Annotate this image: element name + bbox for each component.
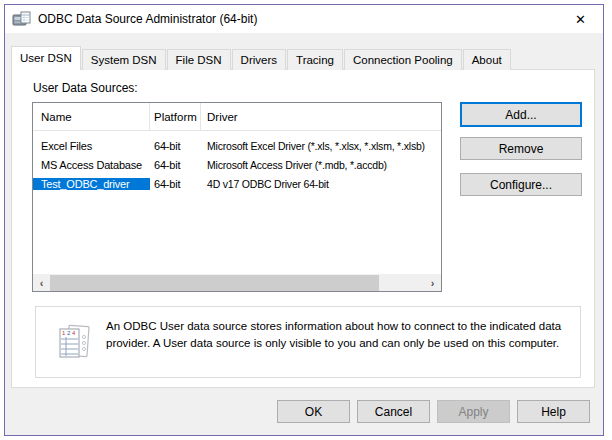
dsn-row-excel-files[interactable]: Excel Files 64-bit Microsoft Excel Drive…: [33, 136, 441, 155]
tab-tracing[interactable]: Tracing: [287, 49, 343, 70]
titlebar: ODBC Data Source Administrator (64-bit) …: [5, 5, 603, 33]
close-icon: ✕: [575, 12, 586, 27]
scroll-left-icon: ‹: [40, 277, 44, 289]
scroll-right-button[interactable]: ›: [424, 275, 441, 291]
column-header-driver[interactable]: Driver: [201, 103, 441, 130]
scrollbar-track[interactable]: [50, 275, 424, 291]
window-title: ODBC Data Source Administrator (64-bit): [38, 12, 257, 26]
close-button[interactable]: ✕: [558, 5, 603, 33]
dsn-platform: 64-bit: [150, 178, 201, 190]
dsn-name: MS Access Database: [33, 159, 150, 171]
footer-button-bar: OK Cancel Apply Help: [5, 388, 603, 435]
remove-button[interactable]: Remove: [460, 137, 582, 160]
listview-rows: Excel Files 64-bit Microsoft Excel Drive…: [33, 136, 441, 193]
scroll-right-icon: ›: [431, 277, 435, 289]
user-data-sources-label: User Data Sources:: [33, 81, 138, 95]
dsn-platform: 64-bit: [150, 140, 201, 152]
scrollbar-thumb[interactable]: [50, 275, 379, 291]
tab-connection-pooling[interactable]: Connection Pooling: [344, 49, 462, 70]
dsn-driver: Microsoft Access Driver (*.mdb, *.accdb): [201, 159, 441, 171]
cancel-button[interactable]: Cancel: [357, 400, 430, 423]
column-header-name[interactable]: Name: [33, 103, 150, 130]
tab-drivers[interactable]: Drivers: [232, 49, 286, 70]
data-source-document-icon: 1 2 4: [56, 323, 94, 367]
dsn-name-selected: Test_ODBC_driver: [33, 178, 150, 190]
info-box: 1 2 4 An ODBC User data source stores in…: [35, 306, 581, 378]
dsn-row-test-odbc-driver[interactable]: Test_ODBC_driver 64-bit 4D v17 ODBC Driv…: [33, 174, 441, 193]
tab-system-dsn[interactable]: System DSN: [82, 49, 166, 70]
tab-bar: User DSN System DSN File DSN Drivers Tra…: [11, 46, 512, 70]
tab-user-dsn[interactable]: User DSN: [11, 46, 81, 70]
configure-button[interactable]: Configure...: [460, 173, 582, 196]
dsn-name: Excel Files: [33, 140, 150, 152]
scroll-left-button[interactable]: ‹: [33, 275, 50, 291]
apply-button[interactable]: Apply: [437, 400, 510, 423]
dsn-driver: Microsoft Excel Driver (*.xls, *.xlsx, *…: [201, 140, 441, 152]
dialog-body: User DSN System DSN File DSN Drivers Tra…: [5, 33, 603, 388]
user-dsn-listview: Name Platform Driver Excel Files 64-bit …: [32, 102, 442, 292]
column-header-platform[interactable]: Platform: [150, 103, 201, 130]
tab-about[interactable]: About: [463, 49, 511, 70]
add-button[interactable]: Add...: [460, 102, 582, 127]
listview-header: Name Platform Driver: [33, 103, 441, 131]
odbc-app-icon: [12, 11, 32, 27]
dsn-row-ms-access[interactable]: MS Access Database 64-bit Microsoft Acce…: [33, 155, 441, 174]
help-button[interactable]: Help: [517, 400, 590, 423]
horizontal-scrollbar[interactable]: ‹ ›: [33, 274, 441, 291]
dsn-driver: 4D v17 ODBC Driver 64-bit: [201, 178, 441, 190]
odbc-admin-window: ODBC Data Source Administrator (64-bit) …: [4, 4, 604, 436]
info-text: An ODBC User data source stores informat…: [106, 318, 572, 352]
tab-page-user-dsn: User Data Sources: Name Platform Driver …: [11, 69, 595, 388]
dsn-platform: 64-bit: [150, 159, 201, 171]
tab-file-dsn[interactable]: File DSN: [167, 49, 231, 70]
ok-button[interactable]: OK: [277, 400, 350, 423]
